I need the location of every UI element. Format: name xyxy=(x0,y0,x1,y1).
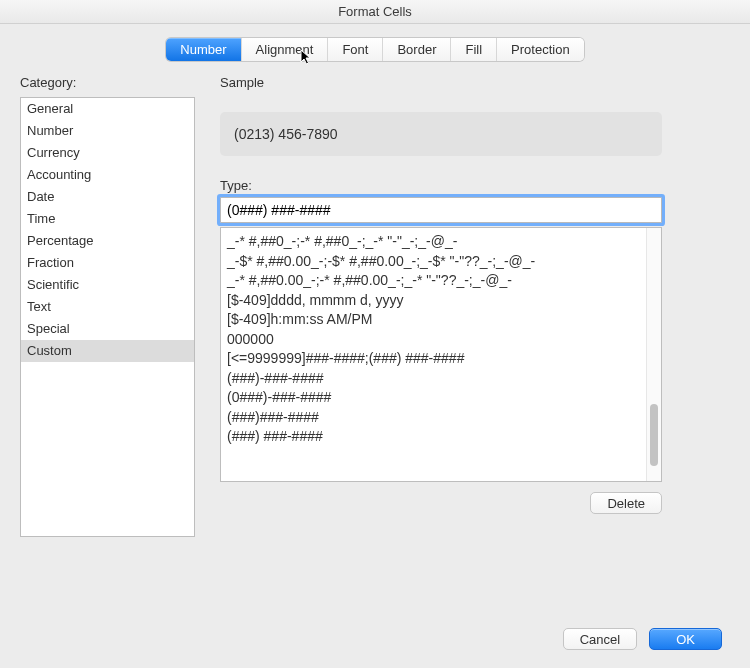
scrollbar[interactable] xyxy=(646,228,661,481)
tab-protection[interactable]: Protection xyxy=(497,38,584,61)
tab-label: Alignment xyxy=(256,42,314,57)
sample-box: (0213) 456-7890 xyxy=(220,112,662,156)
tab-fill[interactable]: Fill xyxy=(451,38,497,61)
scrollbar-thumb[interactable] xyxy=(650,404,658,466)
delete-button[interactable]: Delete xyxy=(590,492,662,514)
type-item[interactable]: [$-409]h:mm:ss AM/PM xyxy=(227,310,640,330)
tab-label: Border xyxy=(397,42,436,57)
ok-button[interactable]: OK xyxy=(649,628,722,650)
category-item-number[interactable]: Number xyxy=(21,120,194,142)
type-item[interactable]: [$-409]dddd, mmmm d, yyyy xyxy=(227,291,640,311)
category-item-percentage[interactable]: Percentage xyxy=(21,230,194,252)
type-list[interactable]: _-* #,##0_-;-* #,##0_-;_-* "-"_-;_-@_-_-… xyxy=(220,227,662,482)
category-item-text[interactable]: Text xyxy=(21,296,194,318)
sample-value: (0213) 456-7890 xyxy=(234,126,338,142)
type-item[interactable]: _-$* #,##0.00_-;-$* #,##0.00_-;_-$* "-"?… xyxy=(227,252,640,272)
type-item[interactable]: (###) ###-#### xyxy=(227,427,640,447)
category-item-fraction[interactable]: Fraction xyxy=(21,252,194,274)
tab-label: Fill xyxy=(465,42,482,57)
tab-font[interactable]: Font xyxy=(328,38,383,61)
sample-label: Sample xyxy=(220,75,722,90)
type-item[interactable]: [<=9999999]###-####;(###) ###-#### xyxy=(227,349,640,369)
category-item-currency[interactable]: Currency xyxy=(21,142,194,164)
tab-border[interactable]: Border xyxy=(383,38,451,61)
window-titlebar: Format Cells xyxy=(0,0,750,24)
category-item-general[interactable]: General xyxy=(21,98,194,120)
category-item-date[interactable]: Date xyxy=(21,186,194,208)
category-item-accounting[interactable]: Accounting xyxy=(21,164,194,186)
cancel-button[interactable]: Cancel xyxy=(563,628,637,650)
category-item-scientific[interactable]: Scientific xyxy=(21,274,194,296)
type-item[interactable]: (###)-###-#### xyxy=(227,369,640,389)
category-item-time[interactable]: Time xyxy=(21,208,194,230)
tab-alignment[interactable]: Alignment xyxy=(242,38,329,61)
tab-bar: NumberAlignmentFontBorderFillProtection xyxy=(166,38,583,61)
type-item[interactable]: 000000 xyxy=(227,330,640,350)
type-item[interactable]: _-* #,##0_-;-* #,##0_-;_-* "-"_-;_-@_- xyxy=(227,232,640,252)
tab-label: Number xyxy=(180,42,226,57)
tab-number[interactable]: Number xyxy=(166,38,241,61)
type-input[interactable] xyxy=(220,197,662,223)
tab-label: Protection xyxy=(511,42,570,57)
window-title: Format Cells xyxy=(338,4,412,19)
category-item-custom[interactable]: Custom xyxy=(21,340,194,362)
type-label: Type: xyxy=(220,178,722,193)
type-item[interactable]: (###)###-#### xyxy=(227,408,640,428)
type-item[interactable]: (0###)-###-#### xyxy=(227,388,640,408)
category-item-special[interactable]: Special xyxy=(21,318,194,340)
category-list[interactable]: GeneralNumberCurrencyAccountingDateTimeP… xyxy=(20,97,195,537)
type-item[interactable]: _-* #,##0.00_-;-* #,##0.00_-;_-* "-"??_-… xyxy=(227,271,640,291)
tab-label: Font xyxy=(342,42,368,57)
